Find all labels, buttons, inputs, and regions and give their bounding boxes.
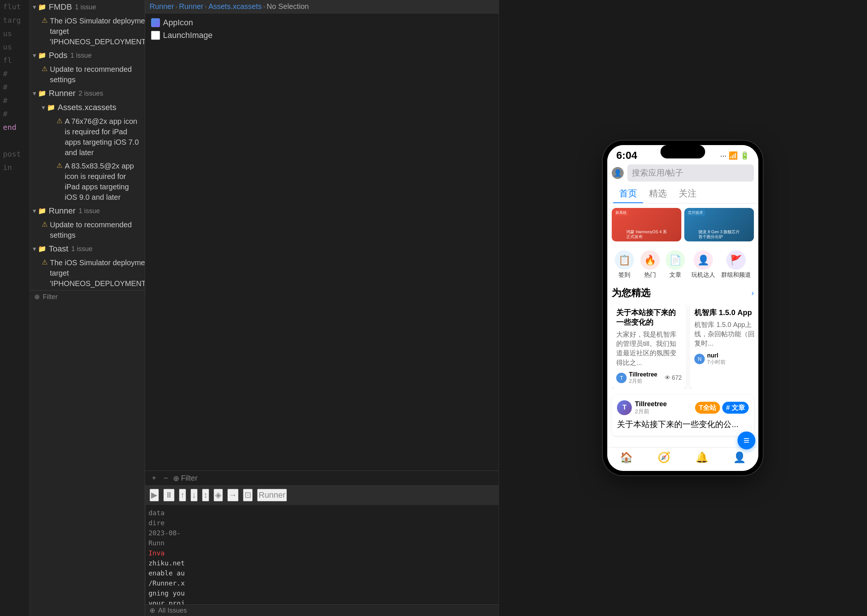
tab-featured[interactable]: 精选 (643, 184, 673, 203)
news-card-0[interactable]: 新系统 新系统 鸿蒙 HarmonyOS 4 系正式发布 (612, 208, 681, 241)
profile-icon: 👤 (733, 451, 746, 464)
target-button[interactable]: ◈ (214, 489, 223, 501)
issues-panel: ▾ 📁 FMDB 1 issue ⚠ The iOS Simulator dep… (30, 0, 145, 616)
menu-icon-article[interactable]: 📄 文章 (666, 250, 685, 279)
bottom-nav: 🏠 🧭 🔔 👤 (607, 447, 758, 471)
battery-icon: 🔋 (740, 151, 749, 160)
nav-notifications[interactable]: 🔔 (695, 451, 708, 464)
remove-asset-button[interactable]: − (162, 473, 170, 483)
filter-button[interactable]: ⊕ Filter (173, 474, 197, 483)
all-issues-label: All Issues (158, 607, 187, 614)
sub-group-header-assets[interactable]: ▾ 📁 Assets.xcassets (36, 101, 145, 115)
folder-icon-runner2: 📁 (38, 90, 46, 97)
menu-icon-group[interactable]: 🚩 群组和频道 (721, 250, 751, 279)
article-icon-circle: 📄 (666, 250, 685, 270)
swap-button[interactable]: ↕ (202, 489, 209, 501)
post-card-0[interactable]: 关于本站接下来的一些变化的 大家好，我是机智库的管理员till。我们知道最近社区… (612, 303, 686, 389)
sub-group-assets: ▾ 📁 Assets.xcassets ⚠ A 76x76@2x app ico… (30, 101, 145, 204)
issue-group-pods: ▾ 📁 Pods 1 issue ⚠ Update to recommended… (30, 48, 145, 86)
tag-all-station[interactable]: T全站 (695, 402, 720, 414)
tab-homepage[interactable]: 首页 (613, 184, 643, 203)
chevron-icon-runner1: ▾ (33, 207, 36, 215)
news-card-img-1: 芯片技术 骁龙 8 Gen 3 旗舰芯片首个跑分出炉 (684, 208, 754, 241)
phone-screen: 6:04 ··· 📶 🔋 DEBUG 👤 (607, 145, 758, 471)
filter-label: Filter (181, 474, 197, 482)
issues-footer: ⊕ Filter (30, 290, 145, 303)
assets-toolbar: + − ⊕ Filter (145, 471, 499, 486)
nav-profile[interactable]: 👤 (733, 451, 746, 464)
issue-text-fmdb-0: The iOS Simulator deployment target 'IPH… (50, 16, 145, 47)
code-line-39 (0, 134, 29, 147)
fab-button[interactable]: ≡ (738, 432, 755, 449)
nav-home[interactable]: 🏠 (620, 451, 633, 464)
post-author-1: N nurl 7小时前 (694, 352, 725, 366)
tag-article[interactable]: # 文章 (722, 402, 749, 414)
grid-button[interactable]: ⊡ (243, 489, 253, 501)
menu-icon-expert[interactable]: 👤 玩机达人 (691, 250, 715, 279)
issue-item-assets-0[interactable]: ⚠ A 76x76@2x app icon is required for iP… (36, 115, 145, 159)
runner-button[interactable]: Runner (257, 489, 287, 501)
issue-group-header-runner2[interactable]: ▾ 📁 Runner 2 issues (30, 86, 145, 101)
up-button[interactable]: ↑ (179, 489, 186, 501)
expert-label: 玩机达人 (691, 271, 715, 279)
status-icons: ··· 📶 🔋 (721, 151, 750, 160)
badge-runner1: 1 issue (79, 207, 100, 215)
console-line-6: zhiku.net (148, 558, 287, 568)
badge-runner2: 2 issues (79, 90, 103, 97)
nav-compass[interactable]: 🧭 (658, 451, 670, 464)
badge-fmdb: 1 issue (75, 3, 96, 11)
view-number-0: 672 (672, 375, 682, 381)
menu-icon-checkin[interactable]: 📋 签到 (615, 250, 634, 279)
group-label: 群组和频道 (721, 271, 751, 279)
pause-button[interactable]: ⏸ (164, 489, 175, 501)
asset-item-launchimage[interactable]: LaunchImage (148, 29, 496, 42)
issue-item-toast-0[interactable]: ⚠ The iOS Simulator deployment target 'I… (30, 256, 145, 290)
issue-group-toast: ▾ 📁 Toast 1 issue ⚠ The iOS Simulator de… (30, 242, 145, 290)
issue-item-fmdb-0[interactable]: ⚠ The iOS Simulator deployment target 'I… (30, 14, 145, 48)
post-card-title-1: 机智库 1.5.0 App (694, 308, 754, 317)
tab-following[interactable]: 关注 (673, 184, 703, 203)
issue-text-toast-0: The iOS Simulator deployment target 'IPH… (50, 258, 145, 289)
issue-group-header-fmdb[interactable]: ▾ 📁 FMDB 1 issue (30, 0, 145, 14)
code-line-29: flut (0, 0, 29, 13)
down-button[interactable]: ↓ (190, 489, 198, 501)
breadcrumb-assets[interactable]: Assets.xcassets (208, 2, 261, 11)
breadcrumb-sep-1: › (176, 3, 178, 10)
menu-icon-hot[interactable]: 🔥 热门 (640, 250, 660, 279)
app-scroll-area[interactable]: 新系统 新系统 鸿蒙 HarmonyOS 4 系正式发布 芯片技术 (607, 203, 758, 447)
issue-group-header-runner1[interactable]: ▾ 📁 Runner 1 issue (30, 204, 145, 218)
group-icon-circle: 🚩 (726, 250, 746, 270)
issue-group-header-pods[interactable]: ▾ 📁 Pods 1 issue (30, 48, 145, 63)
hot-icon-circle: 🔥 (640, 250, 660, 270)
user-avatar[interactable]: 👤 (612, 167, 624, 179)
issue-item-runner1-0[interactable]: ⚠ Update to recommended settings (30, 218, 145, 242)
search-placeholder: 搜索应用/帖子 (632, 168, 683, 178)
issue-group-header-toast[interactable]: ▾ 📁 Toast 1 issue (30, 242, 145, 256)
bottom-toolbar: ▶ ⏸ ↑ ↓ ↕ ◈ → ⊡ Runner (145, 486, 499, 504)
breadcrumb-runner-2[interactable]: Runner (179, 2, 203, 11)
breadcrumb-runner-1[interactable]: Runner (149, 2, 174, 11)
code-line-37: # (0, 107, 29, 121)
issue-group-fmdb: ▾ 📁 FMDB 1 issue ⚠ The iOS Simulator dep… (30, 0, 145, 48)
author-name-1: nurl (707, 352, 725, 359)
badge-pods: 1 issue (70, 52, 91, 60)
news-card-1[interactable]: 芯片技术 骁龙 8 Gen 3 旗舰芯片首个跑分出炉 (684, 208, 754, 241)
issue-item-assets-1[interactable]: ⚠ A 83.5x83.5@2x app icon is required fo… (36, 159, 145, 204)
arrow-button[interactable]: → (227, 489, 239, 501)
search-bar[interactable]: 搜索应用/帖子 (627, 164, 754, 182)
feed-header-0: T Tillreetree 2月前 T全站 # 文章 (617, 400, 749, 415)
post-card-1[interactable]: 机智库 1.5.0 App 机智库 1.5.0 App上线，杂回帖功能（回复时.… (690, 303, 754, 389)
section-more-arrow[interactable]: › (752, 289, 754, 297)
asset-item-appicon[interactable]: AppIcon (148, 16, 496, 29)
console-footer: ⊕ All Issues (145, 605, 499, 616)
chevron-icon-fmdb: ▾ (33, 3, 36, 11)
play-button[interactable]: ▶ (149, 489, 159, 501)
feed-avatar-0: T (617, 400, 632, 415)
code-line-38: end (0, 121, 29, 134)
feed-item-0[interactable]: T Tillreetree 2月前 T全站 # 文章 (612, 395, 754, 435)
console-output: data dire 2023-08- Runn Inva zhiku.net e… (145, 505, 290, 605)
add-asset-button[interactable]: + (149, 473, 159, 483)
code-line-34: # (0, 67, 29, 80)
post-cards[interactable]: 关于本站接下来的一些变化的 大家好，我是机智库的管理员till。我们知道最近社区… (612, 303, 754, 389)
issue-item-pods-0[interactable]: ⚠ Update to recommended settings (30, 63, 145, 86)
